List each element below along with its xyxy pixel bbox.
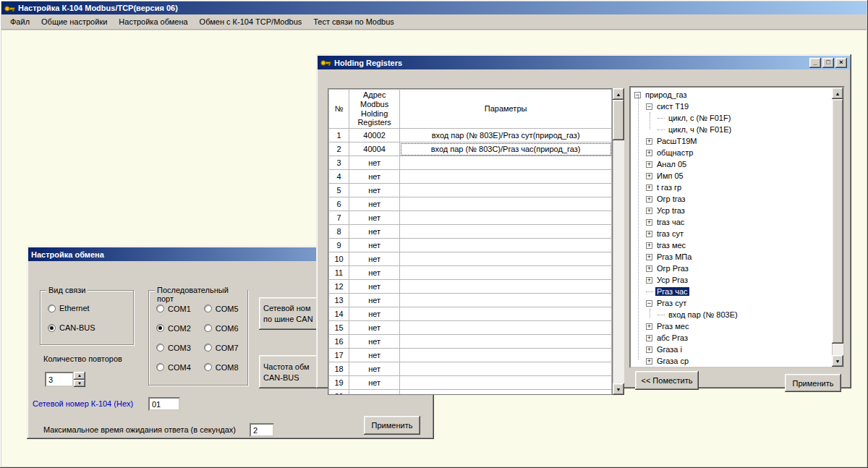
- register-address-cell[interactable]: 40002: [349, 129, 400, 142]
- register-row-number[interactable]: 18: [329, 362, 349, 376]
- expand-icon[interactable]: +: [646, 138, 652, 145]
- register-parameter-cell[interactable]: [400, 211, 612, 225]
- radio-button[interactable]: [156, 363, 164, 371]
- register-parameter-cell[interactable]: [400, 184, 612, 197]
- register-parameter-cell[interactable]: [400, 321, 612, 335]
- radio-button[interactable]: [204, 324, 212, 332]
- tree-item-label[interactable]: Огр Pгаз: [655, 264, 690, 273]
- register-address-cell[interactable]: нет: [349, 252, 400, 266]
- menu-item[interactable]: Настройка обмена: [113, 16, 193, 27]
- radio-option-CAN-BUS[interactable]: CAN-BUS: [48, 323, 95, 332]
- register-parameter-cell[interactable]: [400, 239, 612, 252]
- tree-item-label[interactable]: t газ гр: [655, 183, 683, 192]
- radio-button[interactable]: [156, 305, 164, 312]
- scroll-down-icon[interactable]: ▼: [613, 383, 624, 395]
- tree-item[interactable]: цикл, с (№ F01F): [631, 112, 832, 124]
- tree-item[interactable]: −природ_газ: [631, 89, 832, 101]
- close-icon[interactable]: ×: [835, 58, 847, 68]
- register-address-cell[interactable]: нет: [349, 335, 400, 349]
- radio-option-COM4[interactable]: COM4: [156, 362, 191, 372]
- register-address-cell[interactable]: нет: [349, 390, 400, 396]
- scrollbar-thumb[interactable]: [832, 99, 843, 344]
- tree-item-label[interactable]: Pгаз час: [655, 287, 689, 296]
- tree-item-label[interactable]: цикл, с (№ F01F): [667, 114, 732, 122]
- tree-item[interactable]: +Уср tгаз: [631, 205, 832, 216]
- exchange-apply-button[interactable]: Применить: [364, 416, 420, 435]
- main-window-titlebar[interactable]: Настройка К-104 Modbus/TCP(версия 06): [1, 1, 867, 14]
- register-address-cell[interactable]: нет: [349, 184, 400, 197]
- tree-item[interactable]: +t газ гр: [631, 182, 832, 193]
- tree-item-label[interactable]: общнастр: [655, 148, 694, 157]
- register-address-cell[interactable]: нет: [349, 376, 400, 390]
- holding-apply-button[interactable]: Применить: [785, 374, 841, 392]
- radio-button[interactable]: [48, 324, 56, 332]
- expand-icon[interactable]: +: [646, 196, 652, 203]
- repeat-count-input[interactable]: [45, 372, 74, 387]
- scrollbar-thumb[interactable]: [613, 100, 624, 140]
- tree-item-label[interactable]: вход пар (№ 803E): [667, 310, 739, 319]
- tree-item[interactable]: −сист Т19: [631, 101, 832, 112]
- register-parameter-cell[interactable]: [400, 225, 612, 239]
- tree-item[interactable]: +Pгаз МПа: [631, 251, 832, 263]
- register-parameter-cell[interactable]: вход пар (№ 803E)/Pгаз сут(природ_газ): [400, 129, 612, 142]
- tree-item-label[interactable]: РасшТ19М: [655, 137, 699, 145]
- expand-icon[interactable]: +: [646, 219, 652, 226]
- tree-item-label[interactable]: Имп 05: [655, 171, 685, 180]
- register-row-number[interactable]: 16: [329, 335, 349, 349]
- register-parameter-cell[interactable]: [400, 156, 612, 170]
- table-scrollbar[interactable]: ▲ ▼: [613, 88, 624, 395]
- register-row-number[interactable]: 9: [329, 239, 349, 252]
- expand-icon[interactable]: +: [646, 323, 652, 330]
- scroll-up-icon[interactable]: ▲: [613, 88, 624, 100]
- register-parameter-cell[interactable]: [400, 362, 612, 376]
- tree-item-label[interactable]: Уср tгаз: [655, 206, 686, 215]
- register-address-cell[interactable]: нет: [349, 266, 400, 280]
- tree-item-label[interactable]: природ_газ: [644, 90, 689, 99]
- tree-item[interactable]: +Уср Pгаз: [631, 274, 832, 286]
- register-row-number[interactable]: 12: [329, 280, 349, 294]
- radio-option-COM7[interactable]: COM7: [204, 343, 239, 352]
- tree-item[interactable]: +абс Pгаз: [631, 332, 832, 344]
- expand-icon[interactable]: +: [646, 150, 652, 156]
- scroll-up-icon[interactable]: ▲: [832, 88, 843, 99]
- tree-item-label[interactable]: tгаз час: [655, 218, 686, 226]
- expand-icon[interactable]: +: [646, 184, 652, 191]
- register-address-cell[interactable]: нет: [349, 307, 400, 321]
- radio-button[interactable]: [204, 344, 212, 352]
- tree-item[interactable]: +Pгаз мес: [631, 320, 832, 332]
- spin-up-icon[interactable]: ▲: [74, 372, 85, 380]
- tree-item-label[interactable]: цикл, ч (№ F01E): [667, 125, 733, 134]
- expand-icon[interactable]: +: [646, 346, 652, 353]
- tree-item-label[interactable]: Уср Pгаз: [655, 276, 689, 284]
- radio-option-COM5[interactable]: COM5: [204, 304, 239, 313]
- register-parameter-cell[interactable]: [400, 335, 612, 349]
- radio-button[interactable]: [48, 305, 56, 312]
- menu-item[interactable]: Общие настройки: [35, 16, 113, 27]
- menu-item[interactable]: Тест связи по Modbus: [307, 16, 400, 27]
- tree-item-label[interactable]: сист Т19: [655, 102, 690, 111]
- tree-item[interactable]: −Pгаз сут: [631, 297, 832, 309]
- register-row-number[interactable]: 6: [329, 197, 349, 211]
- tree-item-label[interactable]: Gгаза ср: [655, 357, 690, 365]
- register-address-cell[interactable]: нет: [349, 225, 400, 239]
- register-parameter-cell[interactable]: [400, 307, 612, 321]
- register-row-number[interactable]: 17: [329, 349, 349, 362]
- tree-item[interactable]: +Gгаза i: [631, 344, 832, 355]
- register-address-cell[interactable]: 40004: [349, 142, 400, 156]
- register-address-cell[interactable]: нет: [349, 280, 400, 294]
- tree-item-label[interactable]: tгаз мес: [655, 241, 687, 250]
- register-address-cell[interactable]: нет: [349, 294, 400, 307]
- tree-item[interactable]: цикл, ч (№ F01E): [631, 124, 832, 135]
- tree-item[interactable]: +tгаз сут: [631, 228, 832, 239]
- register-parameter-cell[interactable]: [400, 280, 612, 294]
- register-parameter-cell[interactable]: [400, 266, 612, 280]
- register-parameter-cell[interactable]: [400, 349, 612, 362]
- register-parameter-cell[interactable]: вход пар (№ 803C)/Pгаз час(природ_газ): [400, 142, 612, 156]
- register-parameter-cell[interactable]: [400, 170, 612, 184]
- register-parameter-cell[interactable]: [400, 294, 612, 307]
- register-address-cell[interactable]: нет: [349, 156, 400, 170]
- tree-item[interactable]: +Огр Pгаз: [631, 263, 832, 274]
- expand-icon[interactable]: +: [646, 161, 652, 168]
- tree-item-label[interactable]: Pгаз МПа: [655, 252, 693, 261]
- maximize-icon[interactable]: □: [822, 58, 834, 68]
